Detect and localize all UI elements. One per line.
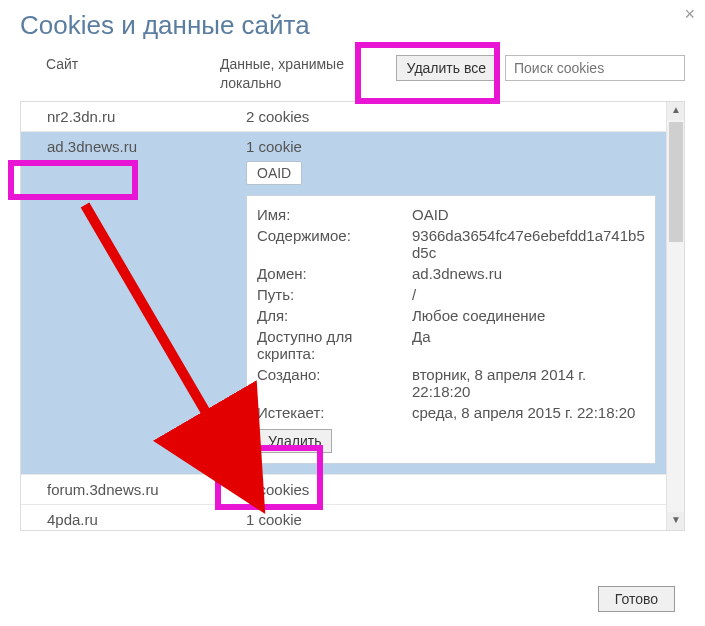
detail-value: OAID bbox=[412, 206, 645, 223]
dialog-title: Cookies и данные сайта bbox=[20, 10, 685, 41]
detail-label: Путь: bbox=[257, 286, 412, 303]
site-cell: nr2.3dn.ru bbox=[21, 108, 246, 125]
cookie-detail-card: × Имя:OAID Содержимое:9366da3654fc47e6eb… bbox=[246, 195, 656, 464]
detail-value: ad.3dnews.ru bbox=[412, 265, 645, 282]
search-input[interactable] bbox=[505, 55, 685, 81]
delete-cookie-button[interactable]: Удалить bbox=[257, 429, 332, 453]
delete-all-button[interactable]: Удалить все bbox=[396, 55, 497, 81]
column-header-site[interactable]: Сайт bbox=[20, 55, 220, 74]
table-row[interactable]: forum.3dnews.ru 2 cookies bbox=[21, 474, 666, 504]
detail-label: Домен: bbox=[257, 265, 412, 282]
detail-value: Любое соединение bbox=[412, 307, 645, 324]
scrollbar-up-icon[interactable]: ▲ bbox=[667, 102, 685, 120]
header-bar: Сайт Данные, хранимые локально Удалить в… bbox=[20, 55, 685, 93]
site-cell: forum.3dnews.ru bbox=[21, 481, 246, 498]
site-list: nr2.3dn.ru 2 cookies ad.3dnews.ru 1 cook… bbox=[20, 101, 685, 531]
column-header-data[interactable]: Данные, хранимые локально bbox=[220, 55, 396, 93]
cookies-dialog: × Cookies и данные сайта Сайт Данные, хр… bbox=[0, 0, 705, 531]
scrollbar[interactable]: ▲ ▼ bbox=[666, 102, 684, 530]
detail-value: / bbox=[412, 286, 645, 303]
cookie-chip[interactable]: OAID bbox=[246, 161, 302, 185]
data-cell: 1 cookie bbox=[246, 511, 666, 528]
detail-label: Имя: bbox=[257, 206, 412, 223]
detail-label: Истекает: bbox=[257, 404, 412, 421]
detail-value: вторник, 8 апреля 2014 г. 22:18:20 bbox=[412, 366, 645, 400]
detail-label: Содержимое: bbox=[257, 227, 412, 261]
detail-value: среда, 8 апреля 2015 г. 22:18:20 bbox=[412, 404, 645, 421]
data-cell: 1 cookie OAID × Имя:OAID Содержимое:9366… bbox=[246, 138, 666, 468]
close-icon[interactable]: × bbox=[684, 4, 695, 25]
site-cell: ad.3dnews.ru bbox=[21, 138, 246, 155]
detail-label: Доступно для скрипта: bbox=[257, 328, 412, 362]
dialog-footer: Готово bbox=[598, 586, 675, 612]
detail-label: Для: bbox=[257, 307, 412, 324]
detail-label: Создано: bbox=[257, 366, 412, 400]
detail-value: Да bbox=[412, 328, 645, 362]
site-cell: 4pda.ru bbox=[21, 511, 246, 528]
table-row[interactable]: nr2.3dn.ru 2 cookies bbox=[21, 102, 666, 131]
data-cell: 2 cookies bbox=[246, 108, 666, 125]
detail-value: 9366da3654fc47e6ebefdd1a741b5d5c bbox=[412, 227, 645, 261]
data-count: 1 cookie bbox=[246, 138, 302, 155]
scrollbar-down-icon[interactable]: ▼ bbox=[667, 512, 685, 530]
table-row-selected[interactable]: ad.3dnews.ru 1 cookie OAID × Имя:OAID Со… bbox=[21, 131, 666, 474]
data-cell: 2 cookies bbox=[246, 481, 666, 498]
table-row[interactable]: 4pda.ru 1 cookie bbox=[21, 504, 666, 530]
done-button[interactable]: Готово bbox=[598, 586, 675, 612]
scrollbar-thumb[interactable] bbox=[669, 122, 683, 242]
